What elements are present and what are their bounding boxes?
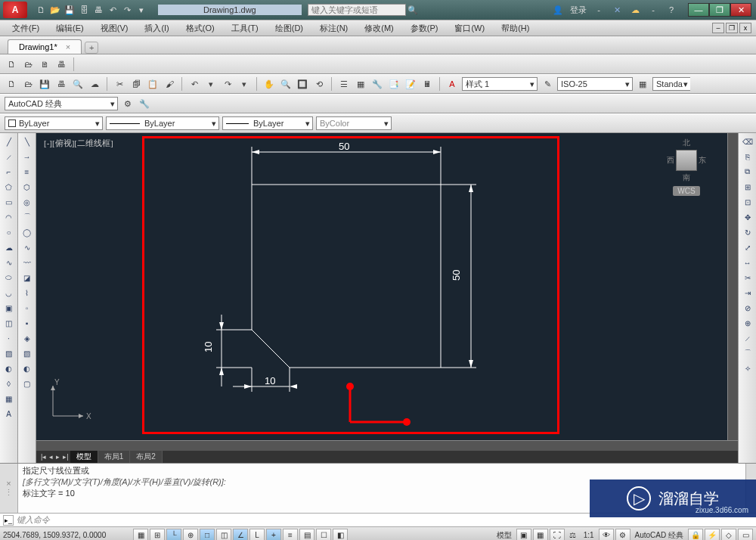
command-prompt[interactable]: 键入命令 — [17, 514, 50, 526]
more5-icon[interactable]: ▢ — [20, 377, 34, 390]
grid-icon[interactable]: ⊞ — [150, 529, 165, 541]
tb-new-icon[interactable]: 🗋 — [5, 57, 18, 71]
menu-format[interactable]: 格式(O) — [178, 21, 222, 36]
circle2-icon[interactable]: ◯ — [20, 225, 34, 239]
ws-tool-icon[interactable]: 🔧 — [138, 97, 151, 110]
tab-last-icon[interactable]: ▸| — [61, 453, 70, 461]
fillet-icon[interactable]: ⌒ — [741, 346, 754, 360]
array-icon[interactable]: ⊡ — [741, 195, 754, 209]
circle-icon[interactable]: ○ — [2, 225, 16, 239]
status-workspace[interactable]: AutoCAD 经典 — [632, 530, 686, 541]
mdi-close-icon[interactable]: x — [739, 23, 751, 33]
pline-icon[interactable]: ⌐ — [2, 165, 16, 178]
hatch2-icon[interactable]: ▧ — [20, 346, 34, 360]
tab-close-icon[interactable]: × — [66, 42, 70, 51]
line2-icon[interactable]: ╲ — [20, 135, 34, 148]
helix-icon[interactable]: ⌇ — [20, 286, 34, 299]
menu-edit[interactable]: 编辑(E) — [48, 21, 91, 36]
polygon-icon[interactable]: ⬠ — [2, 180, 16, 194]
sign-in-label[interactable]: 登录 — [570, 4, 587, 16]
tab-drawing1[interactable]: Drawing1* × — [8, 39, 82, 54]
scale-icon[interactable]: ⤢ — [741, 241, 754, 254]
mdi-restore-icon[interactable]: ❐ — [726, 23, 738, 33]
rect-icon[interactable]: ▭ — [2, 195, 16, 209]
ortho-icon[interactable]: └ — [166, 529, 181, 541]
status-qv-icon[interactable]: ▦ — [533, 529, 548, 541]
search-input[interactable] — [308, 4, 406, 16]
copy2-icon[interactable]: ⎘ — [741, 150, 754, 163]
3dpoly-icon[interactable]: ⬡ — [20, 180, 34, 194]
sheet-icon[interactable]: 📑 — [387, 77, 401, 91]
revcloud-icon[interactable]: ☁ — [2, 241, 16, 254]
arc2-icon[interactable]: ⌒ — [20, 210, 34, 224]
ws-settings-icon[interactable]: ⚙ — [121, 97, 135, 110]
save-icon[interactable]: 💾 — [64, 4, 76, 16]
coordinates[interactable]: 2504.7689, 1509.9372, 0.0000 — [3, 531, 132, 539]
otrack-icon[interactable]: ∠ — [233, 529, 248, 541]
paste-icon[interactable]: 📋 — [146, 77, 160, 91]
textstyle-icon[interactable]: A — [445, 77, 459, 91]
tab-layout2[interactable]: 布局2 — [130, 451, 163, 463]
more1-icon[interactable]: ▫ — [20, 301, 34, 315]
print-icon[interactable]: 🖶 — [92, 4, 104, 16]
more2-icon[interactable]: ▪ — [20, 316, 34, 330]
print2-icon[interactable]: 🖶 — [54, 77, 68, 91]
more4-icon[interactable]: ◐ — [20, 362, 34, 375]
sc-icon[interactable]: ◧ — [333, 529, 348, 541]
tpy-icon[interactable]: ▤ — [299, 529, 314, 541]
tb-open-icon[interactable]: 🗁 — [21, 57, 35, 71]
status-scale[interactable]: 1:1 — [581, 531, 597, 539]
3dosnap-icon[interactable]: ◫ — [216, 529, 231, 541]
search-icon[interactable]: 🔍 — [406, 3, 420, 17]
app-logo[interactable]: A — [3, 2, 27, 18]
mline-icon[interactable]: ≡ — [20, 165, 34, 178]
pan-icon[interactable]: ✋ — [262, 77, 276, 91]
exchange-icon[interactable]: ✕ — [611, 4, 623, 16]
text-icon[interactable]: A — [2, 407, 16, 421]
zoom-window-icon[interactable]: 🔲 — [296, 77, 309, 91]
qat-more-icon[interactable]: ▾ — [135, 4, 147, 16]
menu-insert[interactable]: 插入(I) — [137, 21, 176, 36]
minimize-button[interactable]: — — [688, 3, 709, 17]
new-icon[interactable]: 🗋 — [35, 4, 47, 16]
linetype-combo[interactable]: ByLayer — [106, 116, 219, 130]
tab-first-icon[interactable]: |◂ — [39, 453, 48, 461]
annovis-icon[interactable]: 👁 — [599, 529, 614, 541]
redo-more-icon[interactable]: ▾ — [237, 77, 251, 91]
viewcube[interactable]: 北 西 东 南 WCS — [667, 138, 706, 196]
saveas-icon[interactable]: 🗄 — [78, 4, 90, 16]
maximize-button[interactable]: ❐ — [709, 3, 730, 17]
wcs-label[interactable]: WCS — [673, 186, 699, 196]
cmd-handle[interactable]: ×⋮ — [0, 464, 18, 513]
region-icon[interactable]: ◊ — [2, 377, 16, 390]
join-icon[interactable]: ⊕ — [741, 316, 754, 330]
annoscale-icon[interactable]: ⚖ — [566, 531, 579, 539]
menu-view[interactable]: 视图(V) — [93, 21, 136, 36]
menu-window[interactable]: 窗口(W) — [447, 21, 492, 36]
menu-parametric[interactable]: 参数(P) — [403, 21, 446, 36]
zoom-prev-icon[interactable]: ⟲ — [312, 77, 326, 91]
tab-model[interactable]: 模型 — [70, 451, 98, 463]
move-icon[interactable]: ✥ — [741, 210, 754, 224]
status-layout-icon[interactable]: ▣ — [516, 529, 531, 541]
cloud2-icon[interactable]: ∿ — [20, 241, 34, 254]
tablestyle-combo[interactable]: Standa — [652, 77, 690, 91]
viewcube-face[interactable] — [676, 150, 697, 171]
help-icon[interactable]: ? — [665, 4, 677, 16]
qp-icon[interactable]: ☐ — [316, 529, 331, 541]
tb-plot-icon[interactable]: 🖶 — [54, 57, 68, 71]
menu-help[interactable]: 帮助(H) — [494, 21, 537, 36]
zoom-icon[interactable]: 🔍 — [279, 77, 293, 91]
osnap-icon[interactable]: □ — [200, 529, 215, 541]
redo-icon[interactable]: ↷ — [121, 4, 133, 16]
ray-icon[interactable]: → — [20, 150, 34, 163]
textstyle-combo[interactable]: 样式 1 — [462, 77, 538, 91]
plotstyle-combo[interactable]: ByColor — [316, 116, 392, 130]
more3-icon[interactable]: ◈ — [20, 331, 34, 345]
copy-icon[interactable]: 🗐 — [129, 77, 143, 91]
status-max-icon[interactable]: ⛶ — [550, 529, 565, 541]
menu-draw[interactable]: 绘图(D) — [268, 21, 311, 36]
dimstyle-combo[interactable]: ISO-25 — [557, 77, 633, 91]
lock-icon[interactable]: 🔒 — [688, 529, 703, 541]
tool-icon[interactable]: 🔧 — [370, 77, 384, 91]
